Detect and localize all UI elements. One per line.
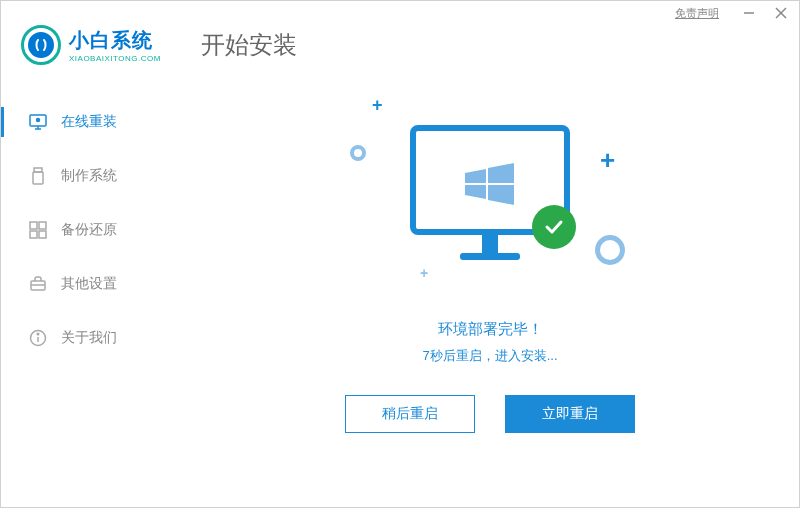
restart-now-button[interactable]: 立即重启 (505, 395, 635, 433)
illustration: + + + (340, 105, 640, 305)
decoration-circle-icon (350, 145, 366, 161)
sidebar-item-label: 制作系统 (61, 167, 117, 185)
usb-icon (29, 167, 47, 185)
sidebar-item-label: 在线重装 (61, 113, 117, 131)
titlebar: 免责声明 (1, 1, 799, 25)
sidebar-item-label: 备份还原 (61, 221, 117, 239)
sidebar-item-label: 关于我们 (61, 329, 117, 347)
logo-subtitle: XIAOBAIXITONG.COM (69, 54, 161, 63)
sidebar-item-make-system[interactable]: 制作系统 (1, 149, 181, 203)
monitor-base (460, 253, 520, 260)
decoration-circle-icon (595, 235, 625, 265)
monitor-icon (29, 113, 47, 131)
minimize-button[interactable] (739, 3, 759, 23)
toolbox-icon (29, 275, 47, 293)
sidebar-item-reinstall[interactable]: 在线重装 (1, 95, 181, 149)
info-icon (29, 329, 47, 347)
grid-icon (29, 221, 47, 239)
sidebar-item-about[interactable]: 关于我们 (1, 311, 181, 365)
svg-rect-10 (39, 222, 46, 229)
svg-point-6 (37, 119, 40, 122)
decoration-plus-icon: + (600, 145, 615, 176)
sidebar: 在线重装 制作系统 备份还原 其他设置 (1, 75, 181, 495)
checkmark-icon (532, 205, 576, 249)
substatus-text: 7秒后重启，进入安装... (422, 347, 557, 365)
svg-point-17 (37, 333, 39, 335)
svg-rect-9 (30, 222, 37, 229)
restart-later-button[interactable]: 稍后重启 (345, 395, 475, 433)
decoration-plus-icon: + (420, 265, 428, 281)
button-row: 稍后重启 立即重启 (345, 395, 635, 433)
sidebar-item-settings[interactable]: 其他设置 (1, 257, 181, 311)
logo-icon (21, 25, 61, 65)
disclaimer-link[interactable]: 免责声明 (675, 6, 719, 21)
sidebar-item-backup[interactable]: 备份还原 (1, 203, 181, 257)
app-window: 免责声明 小白系统 XIAOBAIXITONG.COM 开始安装 (0, 0, 800, 508)
header: 小白系统 XIAOBAIXITONG.COM 开始安装 (1, 25, 799, 75)
main-content: + + + 环境部署完毕！ 7秒后重启，进入安装... 稍后重启 立即重启 (181, 75, 799, 495)
logo: 小白系统 XIAOBAIXITONG.COM (21, 25, 201, 65)
decoration-plus-icon: + (372, 95, 383, 116)
status-text: 环境部署完毕！ (438, 320, 543, 339)
monitor-stand (482, 235, 498, 255)
logo-title: 小白系统 (69, 27, 161, 54)
close-button[interactable] (771, 3, 791, 23)
svg-rect-8 (33, 172, 43, 184)
sidebar-item-label: 其他设置 (61, 275, 117, 293)
svg-rect-12 (39, 231, 46, 238)
svg-rect-11 (30, 231, 37, 238)
page-title: 开始安装 (201, 29, 297, 61)
